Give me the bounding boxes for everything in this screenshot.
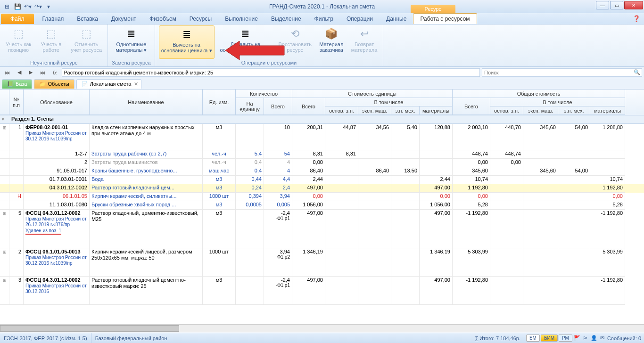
tab-filter[interactable]: Фильтр: [308, 14, 340, 24]
expand-icon[interactable]: ⊞: [3, 211, 7, 216]
maximize-button[interactable]: ▭: [610, 1, 623, 9]
table-row[interactable]: 91.05.01-017Краны башенные, грузоподъемн…: [0, 167, 644, 176]
table-row[interactable]: ⊞3ФССЦ 04.3.01.12-0002Приказ Минстроя Ро…: [0, 277, 644, 305]
badge-bm[interactable]: БМ: [526, 335, 540, 342]
tab-insert[interactable]: Вставка: [70, 14, 105, 24]
nav-last-icon[interactable]: ⏭: [37, 69, 48, 76]
status-bar: ГЭСН-2017, ФЕР-2017 (с Изм. 1-5) Базовый…: [0, 333, 644, 343]
redo-icon[interactable]: ↷▾: [34, 2, 42, 11]
formula-input[interactable]: [62, 68, 480, 77]
status-sum: Итого: 7 184,46р.: [479, 335, 520, 341]
search-box: 🔍: [482, 68, 642, 77]
doc-tab-base[interactable]: 📗База: [2, 79, 32, 89]
minimize-button[interactable]: —: [596, 1, 609, 9]
help-icon[interactable]: ❓: [633, 15, 640, 22]
ribbon-icon: ⬚: [43, 26, 58, 41]
tab-data[interactable]: Данные: [380, 14, 413, 24]
badge-bim[interactable]: БИМ: [541, 335, 558, 342]
nav-next-icon[interactable]: ▶: [26, 68, 35, 76]
ribbon-button: ⬚Учесть какпозицию: [4, 25, 33, 59]
undo-icon[interactable]: ↶▾: [24, 2, 32, 11]
ribbon-button[interactable]: 📦Материалзаказчика: [317, 25, 346, 59]
doc-tab-objects[interactable]: 📁Объекты: [34, 79, 74, 89]
section-row[interactable]: ▾ Раздел 1. Стены: [0, 115, 644, 124]
flag-icon[interactable]: 🚩: [573, 335, 581, 342]
ribbon-button: ↩Возвратматериала: [349, 25, 379, 59]
nav-prev-icon[interactable]: ◀: [15, 68, 24, 76]
status-messages: Сообщений: 0: [607, 335, 641, 341]
table-header: № п.п Обоснование Наименование Ед. изм. …: [0, 90, 644, 115]
tab-fizobjem[interactable]: Физобъем: [143, 14, 183, 24]
table-row[interactable]: ⊞5ФССЦ 04.3.01.12-0002Приказ Минстроя Ро…: [0, 210, 644, 248]
close-button[interactable]: ✕: [624, 1, 643, 9]
group-resource-replacement: ≣Однотипныематериалы ▾ Замена ресурса: [108, 24, 155, 66]
mail-icon[interactable]: ✉: [599, 335, 606, 342]
expand-icon[interactable]: ⊞: [3, 278, 7, 283]
formula-bar: ⏮ ◀ ▶ ⏭ fx 🔍: [0, 67, 644, 78]
ribbon-icon: 📦: [324, 26, 339, 41]
table-row[interactable]: 11.1.03.01-0080Бруски обрезные хвойных п…: [0, 201, 644, 210]
tab-file[interactable]: Файл: [1, 14, 34, 24]
table-area: № п.п Обоснование Наименование Ед. изм. …: [0, 90, 644, 329]
ribbon-button[interactable]: ≣Однотипныематериалы ▾: [114, 25, 149, 59]
doc-tabs: 📗База 📁Объекты 📄Локальная смета✕: [0, 78, 644, 90]
ribbon-icon: ⟲: [288, 26, 303, 41]
search-input[interactable]: [482, 70, 632, 75]
expand-icon[interactable]: ⊞: [3, 125, 7, 130]
ribbon-tabs: Файл Главная Вставка Документ Физобъем Р…: [0, 13, 644, 24]
tab-selection[interactable]: Выделение: [264, 14, 308, 24]
context-tab-title: Ресурс: [411, 5, 455, 13]
qat-more-icon[interactable]: ▾: [44, 2, 53, 11]
flag2-icon[interactable]: 🏳: [582, 335, 589, 342]
table-row[interactable]: 01.7.03.01-0001Водам30,444,42,442,4410,7…: [0, 176, 644, 184]
ribbon-icon: ⬚: [79, 26, 94, 41]
group-resource-operations: ≣Вычесть наосновании ценника ▾≣Добавить …: [155, 24, 384, 66]
collapse-icon[interactable]: ▾: [2, 117, 4, 122]
ribbon-icon: ⬚: [11, 26, 26, 41]
nav-first-icon[interactable]: ⏮: [2, 69, 13, 76]
ribbon-button: ⟲Восстановитьресурс: [276, 25, 313, 59]
table-row[interactable]: ⊞2ФССЦ 06.1.01.05-0013Приказ Минстроя Ро…: [0, 248, 644, 277]
tab-operations[interactable]: Операции: [340, 14, 380, 24]
tab-main[interactable]: Главная: [36, 14, 71, 24]
table-body: ▾ Раздел 1. Стены ⊞1ФЕР08-02-001-01Прика…: [0, 115, 644, 305]
table-row[interactable]: 2Затраты труда машинистовчел.-ч0,440,000…: [0, 159, 644, 167]
app-title: ГРАНД-Смета 2020.1 - Локальная смета: [269, 3, 375, 10]
tab-completion[interactable]: Выполнение: [218, 14, 264, 24]
tab-document[interactable]: Документ: [105, 14, 143, 24]
save-icon[interactable]: 💾: [13, 2, 22, 11]
search-icon[interactable]: 🔍: [632, 69, 642, 75]
group-unaccounted-resource: ⬚Учесть какпозицию⬚Учесть вработе⬚Отмени…: [0, 24, 108, 66]
horizontal-scrollbar[interactable]: [0, 324, 644, 332]
table-row[interactable]: ⊞1ФЕР08-02-001-01Приказ Минстроя России …: [0, 124, 644, 150]
badge-pm[interactable]: РМ: [559, 335, 572, 342]
scrollbar-thumb[interactable]: [0, 325, 179, 332]
expand-icon[interactable]: ⊞: [3, 250, 7, 254]
app-icon: ⊞: [3, 2, 11, 11]
fx-label: fx: [50, 69, 60, 76]
status-region: Базовый федеральный район: [91, 333, 171, 343]
titlebar: ⊞ 💾 ↶▾ ↷▾ ▾ ГРАНД-Смета 2020.1 - Локальн…: [0, 0, 644, 13]
ribbon-button: ⬚Учесть вработе: [37, 25, 65, 59]
ribbon-icon: ≣: [124, 26, 139, 41]
doc-tab-estimate[interactable]: 📄Локальная смета✕: [76, 79, 142, 89]
close-icon[interactable]: ✕: [133, 81, 139, 87]
status-norms: ГЭСН-2017, ФЕР-2017 (с Изм. 1-5): [0, 335, 91, 341]
ribbon-button[interactable]: ≣Вычесть наосновании ценника ▾: [159, 25, 215, 59]
tab-resources[interactable]: Ресурсы: [183, 14, 218, 24]
ribbon-icon: ≣: [238, 26, 253, 41]
ribbon-icon: ≣: [179, 27, 194, 42]
table-row[interactable]: Н06.1.01.05Кирпич керамический, силикатн…: [0, 193, 644, 201]
ribbon-button: ⬚Отменитьучет ресурса: [69, 25, 104, 59]
ribbon-icon: ↩: [357, 26, 372, 41]
table-row[interactable]: 1-2-7Затраты труда рабочих (ср 2,7)чел.-…: [0, 150, 644, 159]
ribbon-button[interactable]: ≣Добавить наосновании ценника ▾: [218, 25, 273, 59]
sum-icon: ∑: [475, 335, 479, 341]
tab-resource-work[interactable]: Работа с ресурсом: [413, 13, 477, 24]
person-icon[interactable]: 👤: [590, 335, 598, 342]
ribbon: ⬚Учесть какпозицию⬚Учесть вработе⬚Отмени…: [0, 24, 644, 67]
table-row[interactable]: 04.3.01.12-0002Раствор готовый кладочный…: [0, 184, 644, 193]
